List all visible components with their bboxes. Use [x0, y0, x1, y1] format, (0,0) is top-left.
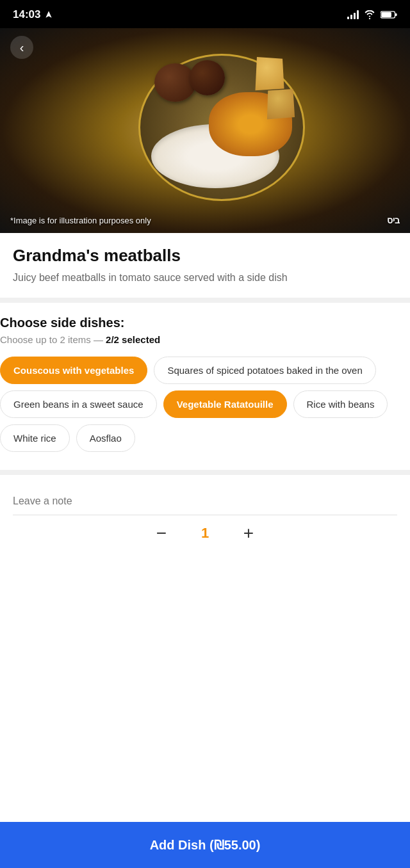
svg-rect-3 [395, 13, 397, 16]
decrement-button[interactable]: − [149, 520, 174, 546]
time-label: 14:03 [13, 8, 40, 21]
subtitle-prefix: Choose up to 2 items — [0, 334, 106, 345]
plate-visual [138, 54, 305, 207]
side-dishes-title: Choose side dishes: [0, 316, 410, 330]
side-dish-pill-potatoes[interactable]: Squares of spiced potatoes baked in the … [154, 357, 375, 384]
pills-container: Couscous with vegetablesSquares of spice… [0, 357, 410, 452]
hero-badge: ביס [387, 215, 400, 225]
side-dishes-section: Choose side dishes: Choose up to 2 items… [0, 303, 410, 470]
side-dish-pill-greenbeans[interactable]: Green beans in a sweet sauce [0, 390, 157, 418]
quantity-value: 1 [195, 525, 215, 542]
selected-count: 2/2 selected [106, 334, 160, 345]
navigation-icon [44, 10, 53, 19]
dish-description: Juicy beef meatballs in tomato sauce ser… [13, 271, 397, 285]
side-dish-pill-whiterice[interactable]: White rice [0, 424, 70, 452]
svg-rect-2 [381, 12, 391, 17]
wifi-icon [364, 10, 375, 19]
note-section [0, 488, 410, 515]
side-dish-pill-ratatouille[interactable]: Vegetable Ratatouille [163, 390, 287, 418]
quantity-section: − 1 + [0, 515, 410, 561]
hero-image: ‹ *Image is for illustration purposes on… [0, 28, 410, 233]
battery-icon [381, 10, 397, 19]
note-input[interactable] [13, 488, 397, 515]
back-button[interactable]: ‹ [10, 36, 33, 59]
status-icons [347, 10, 397, 19]
dish-title: Grandma's meatballs [13, 246, 397, 266]
status-bar: 14:03 [0, 0, 410, 28]
divider-1 [0, 298, 410, 303]
side-dish-pill-aosflao[interactable]: Aosflao [76, 424, 135, 452]
side-dish-pill-ricebeans[interactable]: Rice with beans [293, 390, 388, 418]
hero-disclaimer: *Image is for illustration purposes only [10, 216, 151, 225]
increment-button[interactable]: + [236, 520, 261, 546]
main-content: Grandma's meatballs Juicy beef meatballs… [0, 233, 410, 285]
add-dish-button[interactable]: Add Dish (₪55.00) [0, 822, 410, 868]
svg-point-0 [369, 18, 370, 19]
side-dish-pill-couscous[interactable]: Couscous with vegetables [0, 357, 147, 384]
side-dishes-subtitle: Choose up to 2 items — 2/2 selected [0, 334, 410, 345]
signal-icon [347, 10, 359, 19]
status-time: 14:03 [13, 8, 53, 21]
divider-2 [0, 470, 410, 475]
bottom-spacer [0, 561, 410, 638]
